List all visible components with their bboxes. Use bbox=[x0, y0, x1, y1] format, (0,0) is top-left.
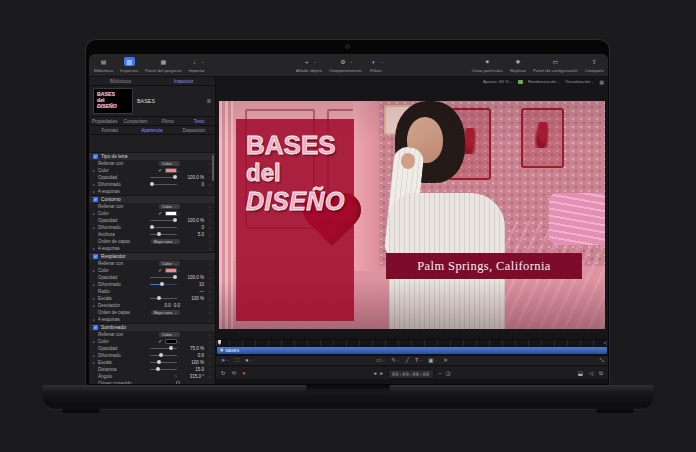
color-swatch[interactable] bbox=[165, 339, 177, 344]
slider-thumb[interactable] bbox=[169, 346, 173, 350]
keyframe-icon[interactable]: ◇ bbox=[204, 283, 211, 287]
keyframe-icon[interactable]: ◇ bbox=[204, 361, 211, 365]
tool-rectangle-tool[interactable]: ▭⌄ bbox=[376, 358, 385, 364]
keyframe-icon[interactable]: ◇ bbox=[204, 240, 211, 244]
eyedropper-icon[interactable]: ✐ bbox=[158, 211, 162, 216]
tab-filtros[interactable]: Filtros bbox=[152, 119, 184, 124]
color-swatch[interactable] bbox=[165, 268, 177, 273]
canvas-area[interactable]: Ajustar: 66 %⌄ Renderización⌄ Visualizac… bbox=[216, 77, 608, 339]
play-button[interactable]: ▸ bbox=[380, 371, 383, 377]
toolbar-add-object-button[interactable]: +⌄Añadir objeto bbox=[296, 56, 322, 73]
panel-top-tab-inspector[interactable]: Inspector bbox=[152, 77, 215, 85]
subtab-apariencia[interactable]: Apariencia bbox=[131, 128, 173, 133]
tool-select-tool[interactable]: ➤⌄ bbox=[221, 358, 229, 364]
param-value[interactable]: 15.0 bbox=[180, 367, 204, 372]
slider[interactable] bbox=[150, 369, 177, 370]
color-channel-icon[interactable] bbox=[518, 80, 523, 84]
transport-record-button[interactable]: ● bbox=[242, 371, 245, 377]
tab-comportam.[interactable]: Comportam. bbox=[121, 119, 153, 124]
eyedropper-icon[interactable]: ✐ bbox=[158, 339, 162, 344]
slider-thumb[interactable] bbox=[173, 175, 177, 179]
x-value-field[interactable]: 0.0 bbox=[164, 303, 170, 308]
panel-scrollbar[interactable] bbox=[212, 155, 214, 181]
keyframe-icon[interactable]: ◇ bbox=[204, 333, 211, 337]
transport-loop-button[interactable]: ↻ bbox=[221, 371, 226, 377]
color-swatch[interactable] bbox=[165, 168, 177, 173]
param-value[interactable]: 0 bbox=[180, 182, 204, 187]
toolbar-make-particles-button[interactable]: ✷Crear partículas bbox=[472, 56, 503, 73]
keyframe-icon[interactable]: ◇ bbox=[204, 212, 211, 216]
section-checkbox[interactable]: ✓ bbox=[93, 154, 98, 159]
playhead[interactable] bbox=[218, 340, 221, 345]
param-value[interactable]: 75.0 % bbox=[180, 346, 204, 351]
eyedropper-icon[interactable]: ✐ bbox=[158, 168, 162, 173]
view-dropdown[interactable]: Visualización⌄ bbox=[565, 79, 594, 84]
param-value[interactable]: 100.0 % bbox=[180, 275, 204, 280]
tool-bezier-tool[interactable]: ✎⌄ bbox=[391, 358, 399, 364]
slider[interactable] bbox=[150, 184, 177, 185]
dropdown[interactable]: Color⌄ bbox=[159, 204, 180, 210]
param-value[interactable]: 315.0 ° bbox=[180, 374, 204, 379]
transport-audio-button[interactable]: ◁ bbox=[589, 371, 593, 377]
keyframe-icon[interactable]: ◇ bbox=[204, 262, 211, 266]
layer-bar[interactable]: ▣ BASES bbox=[217, 347, 607, 354]
slider[interactable] bbox=[150, 234, 177, 235]
slider[interactable] bbox=[150, 348, 177, 349]
toolbar-import-button[interactable]: ↓⌄Importar bbox=[188, 56, 204, 73]
tab-texto[interactable]: Texto bbox=[184, 119, 216, 124]
param-value[interactable]: 5.0 bbox=[180, 232, 204, 237]
section-checkbox[interactable]: ✓ bbox=[93, 254, 98, 259]
toolbar-library-button[interactable]: ▤Biblioteca bbox=[94, 56, 113, 73]
keyframe-icon[interactable]: ◇ bbox=[204, 269, 211, 273]
subtab-disposición[interactable]: Disposición bbox=[173, 128, 215, 133]
keyframe-icon[interactable]: ◇ bbox=[204, 297, 211, 301]
toolbar-project-panel-button[interactable]: ▦Panel del proyecto bbox=[145, 56, 181, 73]
eyedropper-icon[interactable]: ✐ bbox=[158, 268, 162, 273]
transport-link-button[interactable]: ⧉ bbox=[599, 371, 603, 377]
keyframe-icon[interactable]: ◇ bbox=[204, 162, 211, 166]
tool-image-tool[interactable]: ▣⌄ bbox=[428, 358, 437, 364]
keyframe-icon[interactable]: ◇ bbox=[204, 183, 211, 187]
object-thumbnail[interactable]: BASES del DISEÑO bbox=[93, 88, 133, 114]
dropdown[interactable]: Color⌄ bbox=[159, 332, 180, 338]
render-dropdown[interactable]: Renderización⌄ bbox=[528, 79, 560, 84]
color-swatch[interactable] bbox=[165, 211, 177, 216]
tool-text-tool[interactable]: T⌄ bbox=[415, 358, 422, 364]
slider[interactable] bbox=[150, 220, 177, 221]
keyframe-icon[interactable]: ◇ bbox=[204, 226, 211, 230]
toolbar-share-button[interactable]: ⇧Compartir bbox=[585, 56, 604, 73]
slider[interactable] bbox=[150, 362, 177, 363]
stopwatch-icon[interactable]: ◷ bbox=[446, 371, 451, 377]
slider[interactable] bbox=[150, 177, 177, 178]
keyframe-icon[interactable]: ◇ bbox=[204, 340, 211, 344]
minus-button[interactable]: − bbox=[439, 371, 442, 377]
tool-fill-tool[interactable]: ●⌄ bbox=[245, 358, 252, 364]
tool-line-tool[interactable]: ╱ bbox=[406, 358, 409, 364]
slider-thumb[interactable] bbox=[173, 218, 177, 222]
keyframe-icon[interactable]: ◇ bbox=[204, 311, 211, 315]
slider-thumb[interactable] bbox=[156, 367, 160, 371]
param-value[interactable]: 100 % bbox=[180, 296, 204, 301]
param-value[interactable]: 0 bbox=[180, 225, 204, 230]
toolbar-inspector-button[interactable]: ▥Inspector bbox=[120, 56, 138, 73]
dropdown[interactable]: Color⌄ bbox=[159, 161, 180, 167]
tool-resize-handle[interactable]: ⤡ bbox=[600, 358, 604, 364]
toolbar-hud-button[interactable]: ▭Panel de configuración bbox=[533, 56, 578, 73]
layers-icon[interactable]: ≣ bbox=[206, 98, 211, 104]
dropdown[interactable]: Bajo cara⌄ bbox=[151, 310, 180, 316]
keyframe-icon[interactable]: ◇ bbox=[204, 375, 211, 379]
slider-thumb[interactable] bbox=[160, 282, 164, 286]
param-value[interactable]: 10 bbox=[180, 282, 204, 287]
toolbar-behavior-button[interactable]: ⚙⌄Comportamiento bbox=[329, 56, 361, 73]
slider-thumb[interactable] bbox=[157, 360, 161, 364]
toolbar-replicate-button[interactable]: ❖Replicar bbox=[510, 56, 526, 73]
slider-thumb[interactable] bbox=[159, 353, 163, 357]
layout-grid-icon[interactable]: ▦ bbox=[599, 79, 604, 85]
slider[interactable] bbox=[150, 277, 177, 278]
slider-thumb[interactable] bbox=[150, 225, 154, 229]
param-value[interactable]: 100.0 % bbox=[180, 175, 204, 180]
keyframe-icon[interactable]: ◇ bbox=[204, 247, 211, 251]
angle-dial-icon[interactable]: ◔ bbox=[174, 374, 177, 379]
checkbox[interactable] bbox=[176, 381, 181, 384]
param-value[interactable]: 100 % bbox=[180, 360, 204, 365]
